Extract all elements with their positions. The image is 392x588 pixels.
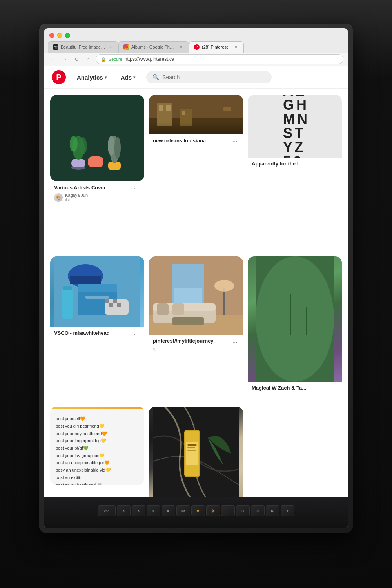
pin-typography-card[interactable]: A EG HM NS TY Z5 6 Apparently for the f.… (248, 95, 342, 252)
search-icon: 🔍 (152, 74, 159, 80)
pin-plants-title: Various Artists Cover (54, 185, 106, 191)
browser-chrome: 📷 Beautiful Free Images & Pictu... × 🔴 A… (44, 28, 348, 66)
refresh-button[interactable]: ↻ (72, 55, 81, 64)
pin-typography-image: A EG HM NS TY Z5 6 (248, 95, 342, 158)
key-f10[interactable]: ◁ (251, 505, 265, 516)
pin-interior-subtitle: ♡ (153, 347, 239, 352)
text-line-4: post your fingerprint log💛 (56, 437, 139, 445)
url-text: https://www.pinterest.ca (125, 56, 174, 62)
svg-point-11 (108, 136, 115, 156)
svg-rect-16 (159, 105, 163, 111)
text-line-8: posy an unexplainable vid💛 (56, 466, 139, 474)
pin-interior-more-button[interactable]: ··· (231, 338, 239, 347)
address-pill[interactable]: 🔒 Secure https://www.pinterest.ca (96, 54, 343, 64)
pin-flowers-card[interactable]: Magical W Zach & Ta... (248, 256, 342, 528)
back-button[interactable]: ← (49, 55, 57, 64)
secure-label: Secure (109, 57, 122, 62)
close-window-button[interactable] (49, 33, 54, 38)
forward-button[interactable]: → (60, 55, 69, 64)
maximize-window-button[interactable] (65, 33, 70, 38)
key-f7[interactable]: 🔆 (206, 505, 220, 516)
pin-new-orleans-image (149, 95, 243, 134)
pin-plants-image (50, 95, 144, 181)
pinterest-page: P Analytics ▾ Ads ▾ 🔍 (44, 66, 348, 528)
svg-point-48 (256, 256, 334, 382)
key-f1[interactable]: ☀ (117, 505, 131, 516)
analytics-label: Analytics (77, 74, 103, 81)
pin-plants-footer: Various Artists Cover ··· 🎨 Kagaya Jun i… (50, 181, 144, 205)
author-avatar-plants: 🎨 (54, 193, 63, 202)
svg-rect-66 (187, 444, 197, 446)
plant-illustration-svg (66, 101, 129, 175)
pin-plants-author: 🎨 Kagaya Jun ilst (54, 193, 140, 202)
tab-photos[interactable]: 🔴 Albums · Google Photos × (118, 41, 189, 53)
pin-plants-more-button[interactable]: ··· (132, 184, 140, 193)
pin-vsco-title: VSCO - miaawhitehead (54, 330, 110, 336)
pin-plants-card[interactable]: Various Artists Cover ··· 🎨 Kagaya Jun i… (50, 95, 144, 252)
svg-point-4 (79, 137, 87, 154)
analytics-nav[interactable]: Analytics ▾ (74, 72, 110, 83)
key-esc[interactable]: esc (98, 505, 116, 516)
pin-new-orleans-card[interactable]: new orleans louisiana ··· (149, 95, 243, 252)
pin-new-orleans-more-button[interactable]: ··· (231, 137, 239, 146)
key-f5[interactable]: ⌨ (176, 505, 190, 516)
pin-vsco-card[interactable]: VSCO - miaawhitehead ··· (50, 256, 144, 402)
pin-interior-card[interactable]: pinterest//mylittlejourney ··· ♡ (149, 256, 243, 402)
traffic-lights-row (44, 28, 348, 41)
tab-unsplash[interactable]: 📷 Beautiful Free Images & Pictu... × (48, 41, 118, 53)
text-line-10: post an ex bestfriend 🦝 (56, 481, 139, 485)
pinterest-header: P Analytics ▾ Ads ▾ 🔍 (44, 66, 348, 89)
key-f3[interactable]: ⊞ (147, 505, 160, 516)
pinterest-logo[interactable]: P (52, 70, 66, 84)
svg-rect-19 (182, 111, 185, 115)
pinterest-favicon: P (194, 44, 200, 50)
pin-vsco-more-button[interactable]: ··· (132, 330, 140, 339)
svg-point-3 (70, 136, 78, 152)
text-line-6: post your fav group pic💛 (56, 452, 139, 459)
svg-rect-1 (71, 159, 85, 167)
pin-vsco-footer: VSCO - miaawhitehead ··· (50, 327, 144, 342)
text-line-3: post your boy bestfriend🧡 (56, 430, 139, 437)
ads-nav[interactable]: Ads ▾ (118, 72, 138, 83)
svg-point-12 (114, 137, 121, 159)
text-line-1: post yourself🧡 (56, 415, 139, 423)
minimize-window-button[interactable] (57, 33, 62, 38)
svg-rect-34 (85, 296, 109, 299)
search-input[interactable] (162, 74, 265, 80)
analytics-chevron-icon: ▾ (105, 75, 107, 80)
svg-rect-42 (157, 303, 169, 315)
search-bar[interactable]: 🔍 (146, 71, 272, 83)
svg-rect-26 (63, 286, 72, 290)
key-f11[interactable]: ▶ (266, 505, 279, 516)
key-f8[interactable]: ⊡ (221, 505, 235, 516)
pin-new-orleans-footer: new orleans louisiana ··· (149, 134, 243, 149)
tab-unsplash-label: Beautiful Free Images & Pictu... (61, 45, 105, 49)
key-f12[interactable]: ✦ (281, 505, 294, 516)
key-f6[interactable]: 🔅 (191, 505, 205, 516)
laptop-frame: 📷 Beautiful Free Images & Pictu... × 🔴 A… (39, 24, 353, 533)
key-f9[interactable]: ⊡ (236, 505, 250, 516)
svg-rect-38 (174, 288, 202, 303)
tab-pinterest-label: (28) Pinterest (202, 45, 231, 49)
home-button[interactable]: ⌂ (84, 55, 93, 64)
svg-rect-31 (113, 299, 117, 303)
tab-pinterest-close[interactable]: × (233, 44, 239, 50)
tab-pinterest[interactable]: P (28) Pinterest × (189, 41, 244, 53)
tabs-bar: 📷 Beautiful Free Images & Pictu... × 🔴 A… (44, 41, 348, 53)
svg-rect-68 (187, 450, 196, 451)
tab-photos-close[interactable]: × (178, 44, 184, 50)
pin-text-lines: post yourself🧡 post you girl bestfriend💛… (56, 415, 139, 485)
address-bar-row: ← → ↻ ⌂ 🔒 Secure https://www.pinterest.c… (44, 53, 348, 66)
tab-unsplash-close[interactable]: × (108, 44, 113, 50)
svg-rect-67 (187, 447, 195, 448)
vsco-svg (50, 256, 144, 327)
pin-vsco-image (50, 256, 144, 327)
typography-text: A EG HM NS TY Z5 6 (280, 95, 310, 158)
text-line-7: post an unexplainable pic🧡 (56, 459, 139, 466)
text-line-9: post an ex🦝 (56, 474, 139, 481)
pin-typography-title: Apparently for the f... (252, 161, 338, 167)
pin-new-orleans-title: new orleans louisiana (153, 138, 206, 143)
key-f4[interactable]: ◼ (162, 505, 175, 516)
key-f2[interactable]: ☀ (132, 505, 145, 516)
pin-typography-footer: Apparently for the f... (248, 158, 342, 172)
